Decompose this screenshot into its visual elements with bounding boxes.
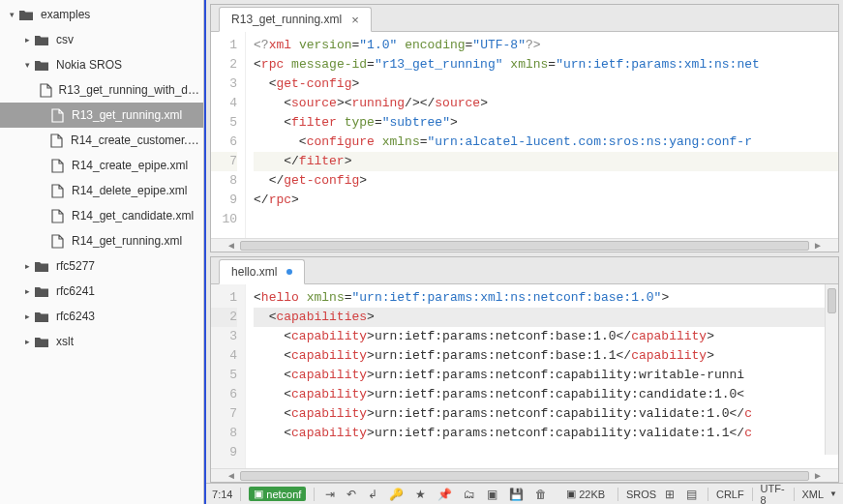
scroll-thumb[interactable] (240, 241, 809, 251)
editor-pane-bottom: hello.xml 123456789 <hello xmlns="urn:ie… (210, 256, 839, 483)
modified-icon (286, 269, 292, 275)
close-icon[interactable]: × (351, 13, 359, 27)
folder-icon (33, 58, 50, 72)
editor-area: R13_get_running.xml × 12345678910 <?xml … (204, 0, 843, 504)
tab-top[interactable]: R13_get_running.xml × (219, 7, 372, 32)
tool-delete-icon[interactable]: 🗑 (532, 488, 550, 501)
editor-top[interactable]: 12345678910 <?xml version="1.0" encoding… (211, 32, 838, 238)
tool-wrap-icon[interactable]: ↲ (365, 488, 380, 501)
tree-item[interactable]: ▾ examples (0, 2, 203, 27)
file-icon (48, 234, 66, 248)
tree-item[interactable]: ▸ xslt (0, 329, 203, 354)
connection-label: netconf (266, 489, 301, 500)
tool-star-icon[interactable]: ★ (412, 488, 429, 501)
tree-label: R14_create_epipe.xml (72, 159, 188, 172)
chevron-right-icon[interactable]: ▸ (21, 311, 33, 321)
hscrollbar[interactable]: ◄ ► (211, 468, 838, 482)
file-icon (48, 184, 66, 197)
connection-chip[interactable]: ▣ netconf (249, 487, 306, 501)
tree-label: R14_create_customer.xml (71, 133, 203, 147)
tree-item[interactable]: ▸ rfc6243 (0, 304, 203, 329)
tree-label: R14_get_candidate.xml (72, 209, 194, 222)
separator (240, 488, 241, 501)
scroll-left-icon[interactable]: ◄ (223, 470, 240, 481)
file-icon (48, 108, 66, 122)
tree-item[interactable]: ▸ rfc6241 (0, 279, 203, 304)
tool-filetree-icon[interactable]: 🗂 (461, 488, 478, 501)
chevron-right-icon[interactable]: ▸ (21, 337, 33, 346)
cursor-position[interactable]: 7:14 (212, 489, 232, 500)
vscrollbar[interactable] (825, 284, 838, 455)
chevron-right-icon[interactable]: ▸ (21, 261, 33, 271)
chevron-right-icon[interactable]: ▸ (21, 35, 33, 44)
folder-icon (33, 33, 50, 46)
file-icon (48, 159, 66, 172)
tool-terminal-icon[interactable]: ▣ (484, 488, 500, 501)
status-encoding[interactable]: UTF-8 (761, 483, 786, 505)
tab-bottom[interactable]: hello.xml (219, 259, 305, 284)
scroll-left-icon[interactable]: ◄ (223, 240, 240, 251)
tree-item[interactable]: R14_delete_epipe.xml (0, 178, 203, 203)
gutter: 12345678910 (211, 32, 246, 238)
hscrollbar[interactable]: ◄ ► (211, 238, 838, 252)
chevron-right-icon[interactable]: ▸ (21, 286, 33, 296)
tree-label: xslt (56, 335, 74, 348)
status-lang[interactable]: XML (801, 489, 824, 500)
terminal-icon: ▣ (254, 488, 263, 500)
tree-item[interactable]: ▸ rfc5277 (0, 253, 203, 279)
file-icon (39, 83, 52, 97)
tree-label: csv (56, 33, 74, 46)
tree-item[interactable]: ▾ Nokia SROS (0, 52, 203, 77)
status-size[interactable]: ▣ 22KB (561, 487, 610, 501)
tree-item[interactable]: ▸ csv (0, 27, 203, 52)
scroll-thumb[interactable] (828, 288, 836, 313)
tree-label: examples (41, 8, 90, 21)
columns-icon[interactable]: ⊞ (662, 488, 677, 501)
chevron-down-icon[interactable]: ▾ (21, 60, 33, 70)
chevron-down-icon[interactable]: ▾ (6, 10, 17, 19)
folder-icon (33, 335, 50, 348)
tree-label: rfc5277 (56, 259, 95, 273)
tab-title: hello.xml (231, 265, 277, 279)
tree-item[interactable]: R14_get_running.xml (0, 228, 203, 253)
tabbar-bottom: hello.xml (211, 257, 838, 284)
tree-item[interactable]: R14_create_customer.xml (0, 128, 203, 153)
separator (617, 488, 618, 501)
tool-pin-icon[interactable]: 📌 (435, 488, 455, 501)
file-tree[interactable]: ▾ examples ▸ csv ▾ Nokia SROS R13_get_ru… (0, 0, 204, 504)
separator (752, 488, 753, 501)
tree-label: R14_get_running.xml (72, 234, 182, 248)
tab-title: R13_get_running.xml (231, 13, 342, 26)
status-host[interactable]: SROS (626, 489, 656, 500)
file-icon (47, 133, 65, 147)
tool-save-icon[interactable]: 💾 (506, 488, 527, 501)
tree-label: rfc6241 (56, 284, 95, 298)
tree-item[interactable]: R13_get_running.xml (0, 103, 203, 128)
dropdown-icon[interactable]: ▼ (829, 489, 837, 498)
code[interactable]: <?xml version="1.0" encoding="UTF-8"?><r… (246, 32, 838, 238)
tool-format-icon[interactable]: ⇥ (322, 488, 338, 501)
separator (794, 488, 795, 501)
tool-undo-icon[interactable]: ↶ (344, 488, 359, 501)
tree-item[interactable]: R13_get_running_with_defaults.xml (0, 77, 203, 103)
layout-icon[interactable]: ▤ (683, 488, 700, 501)
folder-icon (33, 259, 50, 273)
editor-bottom[interactable]: 123456789 <hello xmlns="urn:ietf:params:… (211, 284, 838, 468)
file-icon (48, 209, 66, 222)
tool-key-icon[interactable]: 🔑 (386, 488, 406, 501)
statusbar: 7:14 ▣ netconf ⇥ ↶ ↲ 🔑 ★ 📌 🗂 ▣ 💾 🗑 ▣ 22K… (206, 483, 843, 504)
scroll-right-icon[interactable]: ► (809, 240, 827, 251)
tree-label: Nokia SROS (56, 58, 122, 72)
scroll-thumb[interactable] (240, 471, 809, 481)
tabbar-top: R13_get_running.xml × (211, 5, 838, 32)
folder-icon (17, 8, 35, 21)
tree-item[interactable]: R14_get_candidate.xml (0, 203, 203, 228)
gutter: 123456789 (211, 284, 246, 468)
tree-label: R14_delete_epipe.xml (72, 184, 187, 197)
code[interactable]: <hello xmlns="urn:ietf:params:xml:ns:net… (246, 284, 838, 468)
folder-icon (33, 310, 50, 323)
status-eol[interactable]: CRLF (716, 489, 744, 500)
tree-label: R13_get_running.xml (72, 108, 182, 122)
scroll-right-icon[interactable]: ► (809, 470, 827, 481)
tree-item[interactable]: R14_create_epipe.xml (0, 153, 203, 178)
